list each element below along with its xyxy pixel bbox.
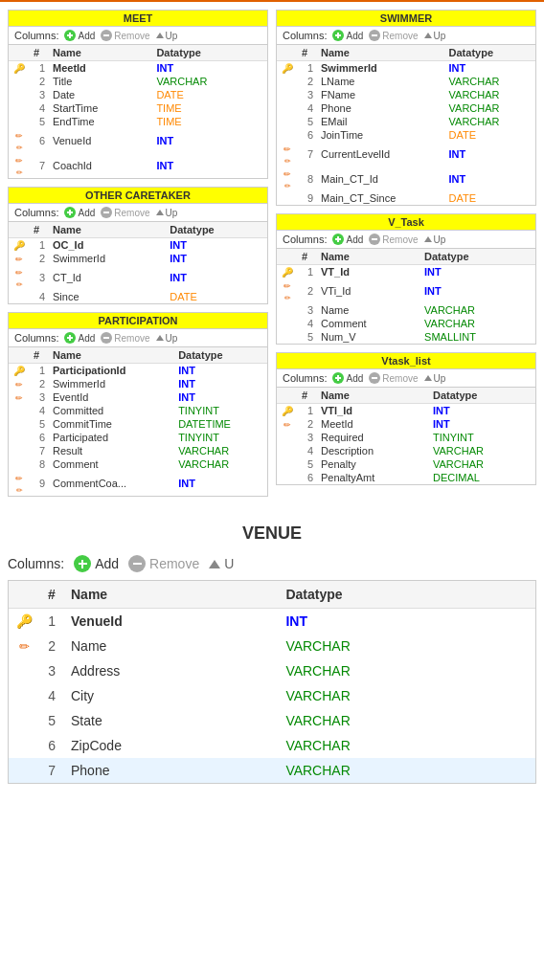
meet-remove-button[interactable]: Remove <box>101 30 149 41</box>
oc-add-button[interactable]: Add <box>64 207 95 218</box>
oc-remove-button[interactable]: Remove <box>101 207 149 218</box>
remove-icon <box>369 234 380 245</box>
table-row: 5 EndTime TIME <box>9 115 267 128</box>
vtask-up-button[interactable]: Up <box>424 234 446 245</box>
table-row: 3 Date DATE <box>9 88 267 101</box>
vtasklist-table: # Name Datatype 🔑 1 VTl_Id INT ✏ 2 <box>277 388 535 484</box>
other-caretaker-title: OTHER CARETAKER <box>9 188 267 204</box>
pencil-icon: ✏ <box>283 169 291 179</box>
pencil-small-icon: ✏ <box>284 294 291 302</box>
venue-row-state: 5 State VARCHAR <box>9 708 535 733</box>
vtasklist-remove-button[interactable]: Remove <box>369 372 418 384</box>
oc-up-button[interactable]: Up <box>156 208 178 218</box>
oc-columns-label: Columns: <box>14 207 58 218</box>
table-row: ✏ 2 SwimmerId INT <box>9 252 267 265</box>
table-row: 🔑 1 OC_Id INT <box>9 238 267 253</box>
table-row: 9 Main_CT_Since DATE <box>277 191 535 205</box>
top-section: MEET Columns: Add Remove Up <box>0 2 544 504</box>
table-row: 🔑 1 ParticipationId INT <box>9 364 267 378</box>
add-icon <box>332 30 344 41</box>
table-row: 🔑 1 MeetId INT <box>9 61 267 76</box>
table-row: ✏✏ 9 CommentCoa... INT <box>9 471 267 496</box>
pencil-small-icon: ✏ <box>16 486 23 495</box>
participation-remove-button[interactable]: Remove <box>101 332 149 344</box>
remove-icon <box>101 207 112 218</box>
table-row: 8 Comment VARCHAR <box>9 457 267 471</box>
table-row: 🔑 1 VTl_Id INT <box>277 404 535 418</box>
other-caretaker-columns-bar: Columns: Add Remove Up <box>9 204 267 222</box>
add-icon <box>64 332 76 344</box>
participation-columns-bar: Columns: Add Remove Up <box>9 329 267 347</box>
table-row: 6 PenaltyAmt DECIMAL <box>277 471 535 484</box>
venue-columns-label: Columns: <box>8 556 64 571</box>
swimmer-table: # Name Datatype 🔑 1 SwimmerId INT 2 <box>277 45 535 205</box>
venue-up-button[interactable]: U <box>209 556 234 571</box>
swimmer-table-block: SWIMMER Columns: Add Remove Up <box>276 10 536 206</box>
pencil-icon: ✏ <box>283 420 291 430</box>
swimmer-remove-button[interactable]: Remove <box>369 30 418 41</box>
venue-add-button[interactable]: Add <box>74 555 119 572</box>
vtasklist-columns-bar: Columns: Add Remove Up <box>277 369 535 388</box>
meet-up-button[interactable]: Up <box>156 31 178 41</box>
meet-add-button[interactable]: Add <box>64 30 95 41</box>
table-row: 2 LName VARCHAR <box>277 75 535 88</box>
venue-title: VENUE <box>8 523 536 544</box>
vtasklist-table-block: Vtask_list Columns: Add Remove Up <box>276 352 536 485</box>
remove-icon <box>369 372 380 384</box>
participation-title: PARTICIPATION <box>9 313 267 329</box>
table-row: 4 Phone VARCHAR <box>277 101 535 115</box>
table-row: ✏✏ 7 CoachId INT <box>9 153 267 178</box>
right-column: SWIMMER Columns: Add Remove Up <box>276 10 536 497</box>
venue-col-datatype: Datatype <box>278 581 535 609</box>
up-icon <box>156 210 164 215</box>
table-row: 6 Participated TINYINT <box>9 431 267 444</box>
meet-table-block: MEET Columns: Add Remove Up <box>8 10 268 179</box>
venue-section: VENUE Columns: Add Remove U # Name Datat… <box>0 504 544 791</box>
swimmer-up-button[interactable]: Up <box>424 31 446 41</box>
pencil-icon: ✏ <box>15 255 23 264</box>
participation-up-button[interactable]: Up <box>156 333 178 344</box>
venue-row-venueid: 🔑 1 VenueId INT <box>9 609 535 635</box>
table-row: ✏✏ 2 VTi_Id INT <box>277 278 535 303</box>
vtasklist-add-button[interactable]: Add <box>332 372 363 384</box>
vtask-add-button[interactable]: Add <box>332 234 363 245</box>
venue-row-name: ✏ 2 Name VARCHAR <box>9 634 535 658</box>
vtask-table: # Name Datatype 🔑 1 VT_Id INT ✏✏ 2 <box>277 249 535 344</box>
table-row: 5 Num_V SMALLINT <box>277 330 535 344</box>
pencil-icon: ✏ <box>283 145 291 154</box>
table-row: ✏✏ 8 Main_CT_Id INT <box>277 167 535 191</box>
add-icon <box>332 234 344 245</box>
venue-pencil-icon: ✏ <box>19 639 30 654</box>
participation-add-button[interactable]: Add <box>64 332 95 344</box>
table-row: 7 Result VARCHAR <box>9 444 267 457</box>
key-icon: 🔑 <box>282 267 293 278</box>
pencil-icon: ✏ <box>15 380 23 390</box>
left-column: MEET Columns: Add Remove Up <box>8 10 268 497</box>
vtasklist-up-button[interactable]: Up <box>424 373 446 384</box>
key-icon: 🔑 <box>13 240 25 251</box>
venue-row-phone: 7 Phone VARCHAR <box>9 758 535 783</box>
table-row: 4 StartTime TIME <box>9 101 267 115</box>
table-row: 5 EMail VARCHAR <box>277 115 535 128</box>
table-row: 4 Committed TINYINT <box>9 404 267 417</box>
venue-key-icon: 🔑 <box>16 613 33 629</box>
participation-table-block: PARTICIPATION Columns: Add Remove Up <box>8 312 268 497</box>
pencil-small-icon: ✏ <box>284 182 291 190</box>
key-icon: 🔑 <box>13 63 25 74</box>
up-icon <box>156 335 164 341</box>
table-row: 5 CommitTime DATETIME <box>9 417 267 431</box>
table-row: 3 FName VARCHAR <box>277 88 535 101</box>
venue-remove-button[interactable]: Remove <box>128 555 199 572</box>
swimmer-title: SWIMMER <box>277 11 535 27</box>
table-row: ✏ 3 EventId INT <box>9 390 267 404</box>
table-row: 🔑 1 VT_Id INT <box>277 265 535 279</box>
meet-columns-label: Columns: <box>14 30 58 41</box>
vtask-remove-button[interactable]: Remove <box>369 234 418 245</box>
up-icon <box>424 375 432 381</box>
vtask-title: V_Task <box>277 214 535 231</box>
swimmer-add-button[interactable]: Add <box>332 30 363 41</box>
table-row: 2 Title VARCHAR <box>9 75 267 88</box>
participation-table: # Name Datatype 🔑 1 ParticipationId INT … <box>9 347 267 496</box>
key-icon: 🔑 <box>13 366 25 376</box>
add-icon <box>332 372 344 384</box>
